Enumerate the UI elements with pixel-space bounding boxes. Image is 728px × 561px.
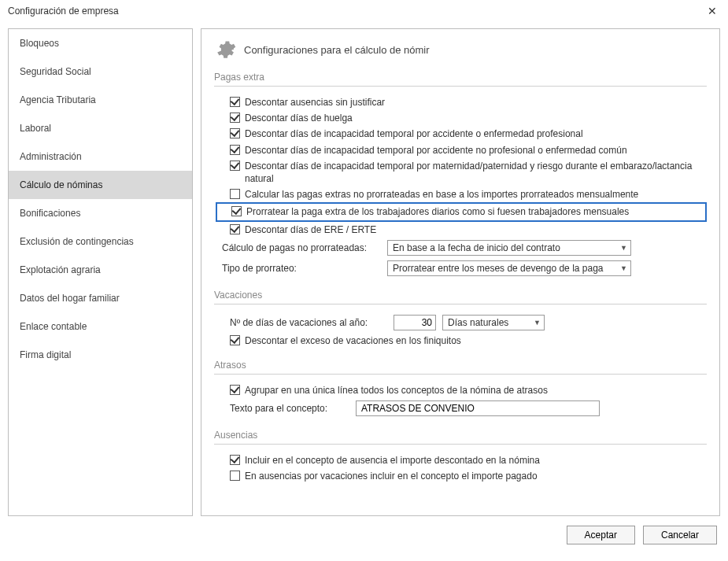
- sidebar-item-6[interactable]: Bonificaciones: [9, 199, 192, 227]
- section-vacaciones: Vacaciones: [214, 290, 707, 304]
- pagas-check-row-6: Prorratear la paga extra de los trabajad…: [216, 202, 707, 221]
- pagas-check-label-7: Descontar días de ERE / ERTE: [245, 223, 376, 236]
- ausencias-incluir-checkbox[interactable]: [230, 455, 240, 465]
- sidebar-item-8[interactable]: Explotación agraria: [9, 256, 192, 284]
- sidebar-item-4[interactable]: Administración: [9, 142, 192, 171]
- pagas-check-label-3: Descontar días de incapacidad temporal p…: [245, 144, 627, 157]
- pagas-checkbox-3[interactable]: [230, 145, 240, 155]
- pagas-check-row-0: Descontar ausencias sin justificar: [214, 94, 707, 110]
- sidebar-item-9[interactable]: Datos del hogar familiar: [9, 284, 192, 312]
- pagas-checkbox-2[interactable]: [230, 128, 240, 138]
- close-icon[interactable]: ✕: [704, 5, 720, 17]
- sidebar-item-0[interactable]: Bloqueos: [9, 29, 192, 57]
- titlebar: Configuración de empresa ✕: [0, 0, 728, 22]
- tipo-prorrateo-label: Tipo de prorrateo:: [222, 263, 379, 274]
- page-title: Configuraciones para el cálculo de nómir: [244, 44, 430, 56]
- window-title: Configuración de empresa: [8, 6, 119, 17]
- pagas-check-label-4: Descontar días de incapacidad temporal p…: [245, 160, 707, 185]
- chevron-down-icon: ▼: [534, 319, 541, 327]
- ausencias-vacaciones-checkbox[interactable]: [230, 471, 240, 481]
- pagas-check-row-2: Descontar días de incapacidad temporal p…: [214, 126, 707, 142]
- sidebar-item-2[interactable]: Agencia Tributaria: [9, 86, 192, 114]
- tipo-prorrateo-select[interactable]: Prorratear entre los meses de devengo de…: [387, 260, 631, 276]
- calc-pagas-select[interactable]: En base a la fecha de inicio del contrat…: [387, 240, 631, 256]
- pagas-check-label-0: Descontar ausencias sin justificar: [245, 96, 385, 109]
- ausencias-vacaciones-label: En ausencias por vacaciones incluir en e…: [245, 470, 538, 482]
- pagas-check-label-2: Descontar días de incapacidad temporal p…: [245, 127, 583, 140]
- atrasos-texto-input[interactable]: [356, 400, 600, 416]
- cancel-button[interactable]: Cancelar: [643, 526, 717, 544]
- section-pagas-extra: Pagas extra: [214, 72, 707, 87]
- pagas-checkbox-4[interactable]: [230, 161, 240, 171]
- calc-pagas-label: Cálculo de pagas no prorrateadas:: [222, 242, 379, 253]
- sidebar-item-3[interactable]: Laboral: [9, 114, 192, 142]
- pagas-checkbox-1[interactable]: [230, 113, 240, 123]
- vac-descontar-checkbox[interactable]: [230, 335, 240, 345]
- sidebar-item-5[interactable]: Cálculo de nóminas: [9, 171, 192, 199]
- sidebar-item-1[interactable]: Seguridad Social: [9, 57, 192, 86]
- sidebar-item-11[interactable]: Firma digital: [9, 341, 192, 369]
- pagas-check-row-3: Descontar días de incapacidad temporal p…: [214, 142, 707, 158]
- sidebar-item-7[interactable]: Exclusión de contingencias: [9, 227, 192, 256]
- main-panel: Configuraciones para el cálculo de nómir…: [201, 28, 720, 516]
- pagas-check-row-5: Calcular las pagas extras no prorrateada…: [214, 186, 707, 202]
- pagas-check-label-5: Calcular las pagas extras no prorrateada…: [245, 188, 638, 201]
- vac-dias-label: Nº de días de vacaciones al año:: [230, 317, 387, 328]
- ausencias-incluir-label: Incluir en el concepto de ausencia el im…: [245, 454, 540, 467]
- pagas-check-row-1: Descontar días de huelga: [214, 110, 707, 126]
- accept-button[interactable]: Aceptar: [567, 526, 635, 544]
- pagas-check-row-4: Descontar días de incapacidad temporal p…: [214, 158, 707, 186]
- chevron-down-icon: ▼: [620, 244, 627, 252]
- gear-icon: [214, 39, 236, 61]
- sidebar: BloqueosSeguridad SocialAgencia Tributar…: [8, 28, 193, 516]
- vac-dias-unit-select[interactable]: Días naturales ▼: [442, 315, 545, 330]
- pagas-check-label-6: Prorratear la paga extra de los trabajad…: [246, 205, 629, 218]
- pagas-checkbox-6[interactable]: [231, 206, 242, 216]
- pagas-check-label-1: Descontar días de huelga: [245, 112, 353, 124]
- atrasos-texto-label: Texto para el concepto:: [230, 403, 348, 414]
- pagas-checkbox-7[interactable]: [230, 224, 240, 234]
- pagas-check-row-7: Descontar días de ERE / ERTE: [214, 222, 707, 238]
- section-atrasos: Atrasos: [214, 360, 707, 375]
- pagas-checkbox-5[interactable]: [230, 189, 240, 199]
- section-ausencias: Ausencias: [214, 430, 707, 445]
- sidebar-item-10[interactable]: Enlace contable: [9, 312, 192, 341]
- atrasos-agrupar-checkbox[interactable]: [230, 385, 240, 395]
- vac-dias-input[interactable]: [394, 315, 436, 330]
- vac-descontar-label: Descontar el exceso de vacaciones en los…: [245, 334, 461, 347]
- atrasos-agrupar-label: Agrupar en una única línea todos los con…: [245, 384, 548, 397]
- chevron-down-icon: ▼: [620, 264, 627, 272]
- footer: Aceptar Cancelar: [0, 519, 728, 551]
- pagas-checkbox-0[interactable]: [230, 97, 240, 107]
